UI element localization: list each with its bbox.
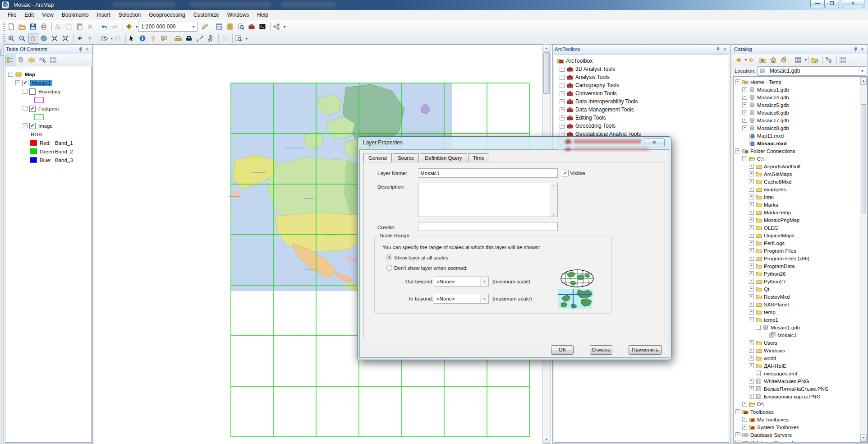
html-popup-button[interactable] xyxy=(160,33,170,44)
catalog-node-messages-xml[interactable]: xmessages.xml xyxy=(734,370,867,377)
catalog-node-world[interactable]: +world xyxy=(734,354,867,362)
credits-input[interactable] xyxy=(418,222,558,231)
menu-insert[interactable]: Insert xyxy=(93,10,115,19)
catalog-node-cache8mxd[interactable]: +Cache8Mxd xyxy=(734,178,867,185)
scroll-up-arrow[interactable]: ▲ xyxy=(860,77,867,85)
tab-general[interactable]: General xyxy=(363,153,392,162)
tree-expander[interactable]: + xyxy=(749,248,754,253)
tree-expander[interactable]: + xyxy=(749,348,754,353)
catalog-node-python27[interactable]: +Python27 xyxy=(734,278,867,285)
list-by-visibility-button[interactable] xyxy=(27,55,38,65)
toolbox-node-analysis-tools[interactable]: +Analysis Tools xyxy=(554,73,729,81)
pin-icon[interactable] xyxy=(77,46,84,53)
catalog-node-mosaicz5-gdb[interactable]: +Mosaicz5.gdb xyxy=(734,101,867,109)
catalog-window-button[interactable] xyxy=(225,21,236,32)
catalog-node-examples[interactable]: +examples xyxy=(734,185,867,193)
layer-visibility-checkbox[interactable]: ✓ xyxy=(29,106,36,112)
catalog-scrollbar[interactable]: ▲▼ xyxy=(860,77,867,442)
tree-expander[interactable]: + xyxy=(735,432,740,437)
catalog-node-whitemacules-png[interactable]: +WhiteMacules.PNG xyxy=(734,377,867,385)
toolbox-node-3d-analyst-tools[interactable]: +3D Analyst Tools xyxy=(554,65,729,73)
list-by-selection-button[interactable] xyxy=(38,55,49,65)
tree-expander[interactable]: + xyxy=(749,233,754,238)
catalog-node-qt[interactable]: +Qt xyxy=(734,285,867,293)
catalog-node-mosaic-mxd[interactable]: Mosaic.mxd xyxy=(734,139,867,147)
tree-expander[interactable]: + xyxy=(749,171,754,176)
menu-help[interactable]: Help xyxy=(253,10,272,19)
visible-checkbox[interactable]: ✓ xyxy=(562,170,569,176)
catalog-node-map11-mxd[interactable]: Map11.mxd xyxy=(734,132,867,139)
full-extent-button[interactable] xyxy=(39,33,50,44)
location-combo[interactable]: Mosaic1.gdb ▼ xyxy=(758,66,866,76)
catalog-node-mosaicz8-gdb[interactable]: +Mosaicz8.gdb xyxy=(734,124,867,132)
arctoolbox-header[interactable]: ArcToolbox × xyxy=(553,45,730,54)
find-button[interactable] xyxy=(184,33,195,44)
toc-node-image[interactable]: −✓Image xyxy=(5,121,91,130)
contents-view-button[interactable] xyxy=(794,55,804,65)
menu-windows[interactable]: Windows xyxy=(223,10,253,19)
toolbox-node-geocoding-tools[interactable]: +Geocoding Tools xyxy=(554,122,729,130)
dropdown-caret-icon[interactable]: ▾ xyxy=(111,37,113,41)
tree-expander[interactable]: − xyxy=(23,123,28,128)
toc-node-mosaic1[interactable]: −✓Mosaic1 xyxy=(5,79,91,87)
cat-back-button[interactable] xyxy=(734,55,744,65)
toc-node[interactable]: Blue:Band_3 xyxy=(5,156,91,164)
tree-expander[interactable]: − xyxy=(15,80,20,85)
apply-button[interactable]: Применить xyxy=(629,345,662,355)
catalog-node-intel[interactable]: +Intel xyxy=(734,193,867,201)
toolbar-overflow-icon[interactable]: ▾ xyxy=(284,25,285,29)
hyperlink-button[interactable] xyxy=(149,33,160,44)
textarea-scroll-up-icon[interactable]: ▲ xyxy=(550,184,557,187)
minimum-scale-dropdown[interactable]: <None> ▼ xyxy=(434,277,489,287)
find-route-button[interactable] xyxy=(195,33,206,44)
pin-icon[interactable] xyxy=(715,46,721,53)
tree-expander[interactable]: + xyxy=(749,187,754,192)
time-slider-button[interactable] xyxy=(220,33,231,44)
tree-expander[interactable]: + xyxy=(749,217,754,222)
cat-options-button[interactable] xyxy=(838,55,849,65)
catalog-node-rostovmxd[interactable]: +RostovMxd xyxy=(734,293,867,301)
catalog-node-arcgismaps[interactable]: +ArcGisMaps xyxy=(734,170,867,178)
maximum-scale-dropdown[interactable]: <None> ▼ xyxy=(434,294,489,304)
close-icon[interactable]: × xyxy=(84,46,91,53)
arctoolbox-root-node[interactable]: ArcToolbox xyxy=(554,57,729,65)
scroll-up-arrow[interactable]: ▲ xyxy=(543,45,550,52)
menu-geoprocessing[interactable]: Geoprocessing xyxy=(145,10,189,19)
cat-home-button[interactable] xyxy=(769,55,780,65)
catalog-node-oleg[interactable]: +OLEG xyxy=(734,224,867,231)
dropdown-caret-icon[interactable]: ▾ xyxy=(136,25,138,29)
tree-expander[interactable]: + xyxy=(742,118,747,123)
tree-expander[interactable]: − xyxy=(735,79,740,84)
tree-expander[interactable]: + xyxy=(749,264,754,268)
toolbox-node-editing-tools[interactable]: +Editing Tools xyxy=(554,114,729,122)
pin-icon[interactable] xyxy=(852,46,859,53)
python-window-button[interactable] xyxy=(258,21,269,32)
catalog-node-белыепятнанастыке-png[interactable]: +БелыеПятнаНаСтыке.PNG xyxy=(734,385,867,393)
tree-expander[interactable]: + xyxy=(560,107,565,112)
toc-node-rgb[interactable]: RGB xyxy=(5,130,91,139)
tree-expander[interactable]: + xyxy=(749,394,754,399)
dropdown-caret-icon[interactable]: ▾ xyxy=(805,58,807,62)
toc-node[interactable]: Green:Band_2 xyxy=(5,147,91,156)
undo-button[interactable] xyxy=(100,21,110,32)
identify-button[interactable] xyxy=(138,33,149,44)
arctoolbox-window-button[interactable] xyxy=(247,21,258,32)
symbol-swatch[interactable] xyxy=(34,97,44,103)
toolbar-overflow-icon[interactable]: ▾ xyxy=(246,37,248,41)
minimize-button[interactable]: — xyxy=(810,0,825,8)
tree-expander[interactable]: + xyxy=(749,210,754,215)
catalog-node-database-servers[interactable]: +Database Servers xyxy=(734,431,867,439)
list-by-source-button[interactable] xyxy=(16,55,27,65)
layer-name-input[interactable] xyxy=(418,168,558,178)
tree-expander[interactable]: + xyxy=(749,271,754,276)
tree-expander[interactable]: + xyxy=(560,132,565,137)
save-button[interactable] xyxy=(28,21,39,32)
tab-definition-query[interactable]: Definition Query xyxy=(420,153,467,162)
layer-visibility-checkbox[interactable] xyxy=(29,88,36,95)
tree-expander[interactable]: − xyxy=(8,72,13,77)
fixed-zoom-in-button[interactable] xyxy=(50,33,61,44)
tree-expander[interactable]: + xyxy=(749,240,754,245)
catalog-node-markatemp[interactable]: +MarkaTemp xyxy=(734,208,867,216)
dropdown-arrow-icon[interactable]: ▼ xyxy=(480,294,488,303)
toolbox-node-data-management-tools[interactable]: +Data Management Tools xyxy=(554,106,729,114)
